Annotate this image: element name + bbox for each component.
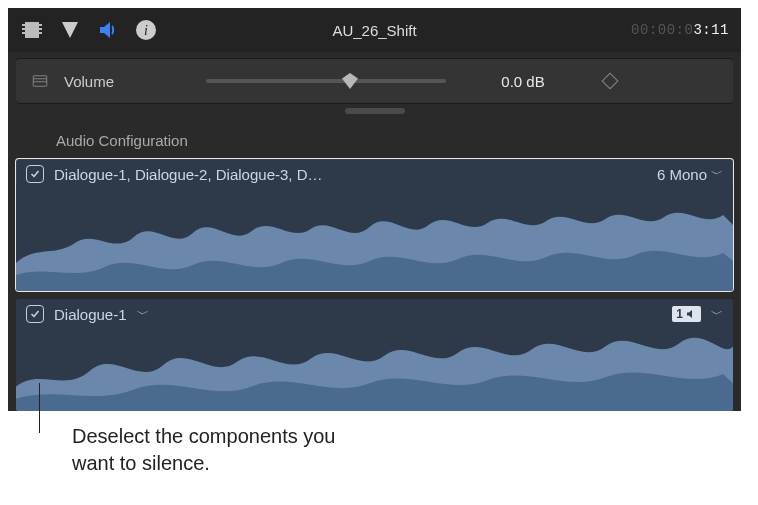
keyframe-button[interactable]	[590, 75, 630, 87]
info-tab-icon[interactable]: i	[134, 18, 158, 42]
waveform-display	[16, 185, 733, 291]
volume-label: Volume	[64, 73, 184, 90]
clip-name: AU_26_Shift	[332, 22, 416, 39]
chevron-down-icon[interactable]: ﹀	[711, 306, 723, 323]
svg-text:i: i	[144, 23, 148, 38]
svg-rect-6	[39, 24, 42, 26]
channel-config-menu[interactable]: 6 Mono ﹀	[657, 166, 723, 183]
component-name: Dialogue-1	[54, 306, 127, 323]
inspector-header: i AU_26_Shift 00:00:03:11	[8, 8, 741, 52]
audio-configuration-label: Audio Configuration	[8, 114, 741, 159]
video-tab-icon[interactable]	[20, 18, 44, 42]
svg-rect-11	[33, 76, 47, 87]
callout-leader-line	[39, 383, 40, 433]
slider-thumb[interactable]	[342, 73, 358, 89]
audio-inspector-panel: i AU_26_Shift 00:00:03:11 Volume 0.0 dB …	[8, 8, 741, 411]
audio-tab-icon[interactable]	[96, 18, 120, 42]
component-header: Dialogue-1 ﹀ 1 ﹀	[16, 299, 733, 325]
svg-rect-8	[39, 32, 42, 34]
svg-rect-7	[39, 28, 42, 30]
callout-text: Deselect the components you want to sile…	[72, 423, 362, 477]
audio-component-row[interactable]: Dialogue-1, Dialogue-2, Dialogue-3, D… 6…	[16, 159, 733, 291]
svg-rect-3	[22, 24, 25, 26]
audio-component-row[interactable]: Dialogue-1 ﹀ 1 ﹀	[16, 299, 733, 411]
volume-parameter-row: Volume 0.0 dB	[16, 58, 733, 104]
component-name: Dialogue-1, Dialogue-2, Dialogue-3, D…	[54, 166, 322, 183]
parameter-menu-icon[interactable]	[28, 69, 52, 93]
color-tab-icon[interactable]	[58, 18, 82, 42]
component-header: Dialogue-1, Dialogue-2, Dialogue-3, D… 6…	[16, 159, 733, 185]
svg-rect-5	[22, 32, 25, 34]
component-enable-checkbox[interactable]	[26, 165, 44, 183]
solo-channel-badge[interactable]: 1	[672, 306, 701, 322]
component-enable-checkbox[interactable]	[26, 305, 44, 323]
timecode-display: 00:00:03:11	[631, 22, 729, 38]
chevron-down-icon: ﹀	[711, 166, 723, 183]
chevron-down-icon[interactable]: ﹀	[137, 306, 149, 323]
volume-value[interactable]: 0.0 dB	[468, 73, 578, 90]
volume-slider[interactable]	[206, 79, 446, 83]
help-callout: Deselect the components you want to sile…	[0, 423, 758, 477]
waveform-display	[16, 325, 733, 411]
svg-rect-4	[22, 28, 25, 30]
